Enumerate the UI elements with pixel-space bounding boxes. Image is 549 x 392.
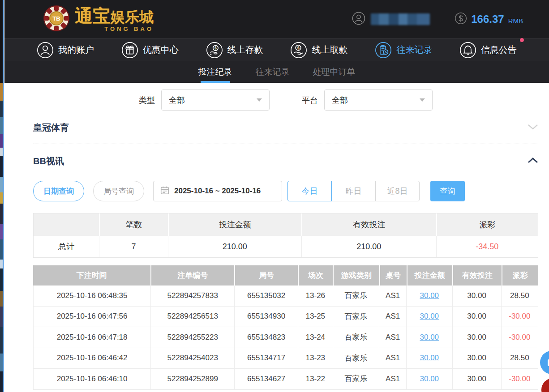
table-cell: 522894252899 xyxy=(150,369,234,389)
gift-icon xyxy=(121,42,138,59)
tab-transaction-records[interactable]: 往来记录 xyxy=(256,61,290,83)
nav-item-records[interactable]: 往来记录 xyxy=(375,42,432,59)
user-avatar-icon xyxy=(352,12,365,27)
table-cell: 30.00 xyxy=(452,285,501,306)
subtab-bar: 投注纪录 往来记录 处理中订单 xyxy=(4,61,549,83)
svg-text:$: $ xyxy=(297,46,300,50)
table-row: 2025-10-16 06:47:56522894256513655134930… xyxy=(34,307,538,328)
column-header: 下注时间 xyxy=(33,265,150,285)
nav-label: 优惠中心 xyxy=(143,44,179,56)
table-row: 2025-10-16 06:47:18522894255223655134823… xyxy=(34,327,538,348)
summary-payout: -34.50 xyxy=(436,236,538,257)
column-header: 场次 xyxy=(298,265,333,285)
table-cell: 2025-10-16 06:47:18 xyxy=(34,327,150,348)
table-cell: 13-22 xyxy=(298,369,333,389)
bet-table-header: 下注时间 注单编号 局号 场次 游戏类别 桌号 投注金额 有效投注 派彩 xyxy=(33,265,538,285)
summary-table: 笔数 投注金额 有效投注 派彩 总计 7 210.00 210.00 -34.5… xyxy=(33,213,538,258)
column-header: 桌号 xyxy=(379,265,407,285)
today-button[interactable]: 今日 xyxy=(287,181,332,201)
table-cell: 2025-10-16 06:46:42 xyxy=(34,348,150,369)
table-cell: 2025-10-16 06:47:56 xyxy=(34,307,150,327)
bet-detail-table: 下注时间 注单编号 局号 场次 游戏类别 桌号 投注金额 有效投注 派彩 202… xyxy=(33,265,538,390)
logo-title-big: 通宝 xyxy=(75,6,111,26)
column-header: 局号 xyxy=(234,265,298,285)
table-cell: 522894254023 xyxy=(150,348,234,369)
chip-tb-text: TB xyxy=(52,15,60,22)
bet-amount-link[interactable]: 30.00 xyxy=(420,333,439,342)
table-cell: 655134717 xyxy=(234,348,298,369)
bet-amount-link[interactable]: 30.00 xyxy=(420,291,439,300)
platform-select-value: 全部 xyxy=(332,95,348,106)
user-icon xyxy=(37,42,54,59)
bet-amount-link[interactable]: 30.00 xyxy=(420,312,439,321)
table-cell: -30.00 xyxy=(501,369,538,389)
section-bb-video[interactable]: BB视讯 xyxy=(33,148,538,175)
bell-icon xyxy=(459,42,476,59)
section-title: BB视讯 xyxy=(33,155,64,167)
bet-amount-link[interactable]: 30.00 xyxy=(420,354,439,362)
tab-processing-orders[interactable]: 处理中订单 xyxy=(313,61,356,83)
chevron-up-icon[interactable] xyxy=(528,157,538,166)
summary-bet-amount: 210.00 xyxy=(168,236,301,257)
summary-valid-bet: 210.00 xyxy=(301,236,436,257)
bet-amount-link[interactable]: 30.00 xyxy=(420,375,439,383)
type-select[interactable]: 全部 xyxy=(161,89,270,111)
table-row: 2025-10-16 06:46:10522894252899655134627… xyxy=(34,369,538,390)
balance-currency: RMB xyxy=(508,17,523,25)
table-cell: 30.00 xyxy=(406,348,452,369)
summary-total-row: 总计 7 210.00 210.00 -34.50 xyxy=(34,236,538,257)
platform-select[interactable]: 全部 xyxy=(324,89,433,111)
top-header: TB 通宝娱乐城 TONG BAO xyxy=(4,0,549,38)
table-cell: 30.00 xyxy=(452,327,501,348)
summary-header-cell xyxy=(34,213,99,236)
table-row: 2025-10-16 06:46:42522894254023655134717… xyxy=(34,348,538,369)
balance[interactable]: 166.37 RMB xyxy=(455,12,523,26)
table-cell: 522894255223 xyxy=(150,327,234,348)
nav-item-my-account[interactable]: 我的账户 xyxy=(37,42,94,59)
date-shortcut-group: 今日 昨日 近8日 xyxy=(287,181,420,201)
table-cell: 百家乐 xyxy=(333,369,379,389)
table-cell: 655134823 xyxy=(234,327,298,348)
section-title: 皇冠体育 xyxy=(33,122,69,134)
nav-item-announcements[interactable]: 信息公告 xyxy=(459,42,517,59)
site-logo[interactable]: TB 通宝娱乐城 TONG BAO xyxy=(43,4,154,34)
platform-filter-group: 平台 全部 xyxy=(302,89,433,111)
table-cell: 30.00 xyxy=(452,369,501,389)
table-cell: 百家乐 xyxy=(333,348,379,369)
chevron-down-icon[interactable] xyxy=(528,124,538,132)
table-row: 2025-10-16 06:48:35522894257833655135032… xyxy=(34,285,538,307)
section-crown-sports[interactable]: 皇冠体育 xyxy=(33,114,538,141)
nav-label: 线上取款 xyxy=(312,44,347,56)
search-button[interactable]: 查询 xyxy=(430,181,465,201)
table-cell: 655135032 xyxy=(234,285,298,306)
user-area[interactable] xyxy=(352,12,430,27)
yesterday-button[interactable]: 昨日 xyxy=(331,181,376,201)
table-cell: AS1 xyxy=(379,327,406,348)
table-cell: 2025-10-16 06:48:35 xyxy=(34,285,150,306)
table-cell: 百家乐 xyxy=(333,327,379,348)
table-cell: AS1 xyxy=(379,348,406,369)
withdraw-icon: $ xyxy=(290,42,307,59)
page: TB 通宝娱乐城 TONG BAO xyxy=(4,0,549,392)
date-range-input[interactable]: 2025-10-16 ~ 2025-10-16 xyxy=(153,181,282,201)
table-cell: -30.00 xyxy=(501,327,538,348)
last-8-days-button[interactable]: 近8日 xyxy=(375,181,420,201)
column-header: 注单编号 xyxy=(150,265,234,285)
round-query-button[interactable]: 局号查询 xyxy=(93,181,144,201)
tab-bet-records[interactable]: 投注纪录 xyxy=(198,61,232,83)
column-header: 投注金额 xyxy=(407,265,453,285)
nav-label: 线上存款 xyxy=(227,44,263,56)
nav-item-withdraw[interactable]: $ 线上取款 xyxy=(290,42,347,59)
balance-amount: 166.37 xyxy=(471,13,504,26)
table-cell: 655134627 xyxy=(234,369,298,389)
nav-item-deposit[interactable]: $ 线上存款 xyxy=(206,42,263,59)
table-cell: 13-26 xyxy=(298,285,333,306)
chevron-down-icon xyxy=(420,98,425,102)
logo-title-small: 娱乐城 xyxy=(111,9,154,25)
date-query-button[interactable]: 日期查询 xyxy=(33,181,84,201)
table-cell: 百家乐 xyxy=(333,307,379,327)
nav-item-promotions[interactable]: 优惠中心 xyxy=(121,42,179,59)
table-cell: 28.50 xyxy=(501,348,538,369)
chevron-down-icon xyxy=(257,98,262,102)
logo-subtitle: TONG BAO xyxy=(75,26,154,32)
